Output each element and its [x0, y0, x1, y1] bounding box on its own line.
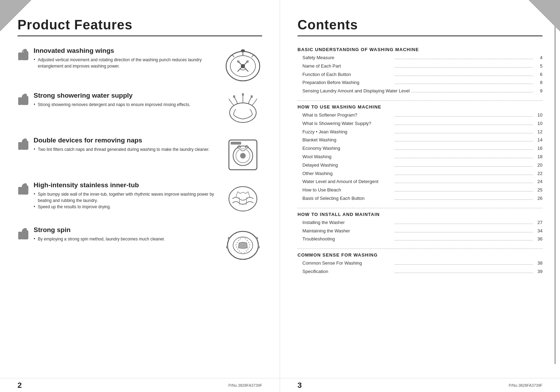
section-title-use: HOW TO USE WASHING MACHINE — [298, 104, 542, 110]
svg-rect-14 — [18, 142, 22, 150]
contents-item: Installing the Washer 27 — [298, 219, 542, 226]
page-num: 20 — [534, 162, 542, 169]
svg-rect-21 — [231, 142, 241, 145]
dots — [395, 191, 533, 191]
page-num: 36 — [534, 236, 542, 243]
item-label: Maintaining the Washer — [302, 227, 393, 235]
feature-high-intensity: High-intensity stainless inner-tub Spin … — [18, 181, 262, 216]
footer-bar: 2 P/No.3828FA3739F 3 P/No.3828FA3739F — [0, 378, 560, 392]
page-num: 5 — [534, 63, 542, 70]
page-num: 10 — [534, 120, 542, 127]
thumb-icon-2 — [18, 92, 31, 106]
svg-point-29 — [226, 246, 228, 248]
item-label: What is Showering Water Supply? — [302, 120, 393, 127]
illustration-showering — [224, 92, 262, 127]
item-label: How to Use Bleach — [302, 187, 393, 194]
svg-point-6 — [241, 64, 245, 68]
item-label: Specification — [302, 268, 393, 275]
illustration-naps — [224, 136, 262, 172]
dots — [411, 92, 533, 92]
svg-point-9 — [230, 103, 256, 122]
svg-point-30 — [258, 246, 260, 248]
svg-rect-0 — [18, 52, 22, 60]
dots — [395, 183, 533, 183]
section-title-install: HOW TO INSTALL AND MAINTAIN — [298, 212, 542, 217]
left-page-number: 2 — [18, 381, 22, 390]
svg-point-18 — [240, 153, 246, 159]
feature-3-title: Double devices for removing naps — [34, 136, 217, 144]
svg-point-5 — [241, 49, 245, 52]
contents-item: Common Sense For Washing 38 — [298, 260, 542, 267]
contents-item: Function of Each Button 6 — [298, 71, 542, 78]
contents-item: Sensing Laundry Amount and Displaying Wa… — [298, 88, 542, 95]
svg-rect-1 — [22, 50, 24, 52]
feature-1-bullet-0: Adjusted vertical movement and rotating … — [34, 57, 217, 69]
svg-point-27 — [228, 237, 230, 240]
contents-item: Wool Washing 18 — [298, 153, 542, 161]
contents-item: Specification 39 — [298, 268, 542, 275]
item-label: Blanket Washing — [302, 136, 393, 144]
page-num: 27 — [534, 219, 542, 226]
dots — [395, 264, 533, 265]
feature-2-bullet-0: Strong showering removes detergent and n… — [34, 102, 217, 108]
item-label: What is Softener Program? — [302, 112, 393, 119]
feature-1-title: Innovated washing wings — [34, 47, 217, 55]
item-label: Installing the Washer — [302, 219, 393, 226]
right-part-number: P/No.3828FA3739F — [509, 383, 542, 387]
contents-item: Economy Washing 16 — [298, 145, 542, 152]
thumb-icon-1 — [18, 47, 31, 62]
dots — [395, 141, 533, 141]
page-num: 25 — [534, 187, 542, 194]
page-num: 26 — [534, 195, 542, 202]
section-divider-3 — [298, 248, 542, 249]
item-label: Common Sense For Washing — [302, 260, 393, 267]
illustration-inner-tub — [224, 181, 262, 216]
feature-4-bullet-1: Speed up the results to improve drying. — [34, 204, 217, 210]
dots — [395, 232, 533, 232]
item-label: Fuzzy • Jean Washing — [302, 128, 393, 136]
dots — [395, 125, 533, 125]
contents-item: Water Level and Amount of Detergent 24 — [298, 178, 542, 186]
corner-decoration-left — [0, 0, 31, 31]
page-num: 4 — [534, 54, 542, 62]
svg-point-12 — [251, 95, 253, 98]
section-title-common: COMMON SENSE FOR WASHING — [298, 252, 542, 258]
page-num: 24 — [534, 178, 542, 186]
feature-5-bullet-0: By employing a strong spin method, laund… — [34, 236, 217, 242]
item-label: Safety Measure — [302, 54, 393, 62]
dots — [395, 224, 533, 224]
item-label: Troubleshooting — [302, 236, 393, 243]
page-num: 14 — [534, 136, 542, 144]
illustration-wings — [224, 47, 262, 82]
dots — [395, 240, 533, 240]
svg-rect-23 — [18, 187, 22, 195]
dots — [395, 175, 533, 175]
section-divider-1 — [298, 100, 542, 101]
page-num: 18 — [534, 153, 542, 161]
item-label: Preparation Before Washing — [302, 79, 393, 86]
contents-section-install: HOW TO INSTALL AND MAINTAIN Installing t… — [298, 212, 542, 243]
contents-item: Blanket Washing 14 — [298, 136, 542, 144]
item-label: Basis of Selecting Each Button — [302, 195, 393, 202]
item-label: Delayed Washing — [302, 162, 393, 169]
footer-right: 3 P/No.3828FA3739F — [280, 378, 560, 392]
right-page: Contents BASIC UNDERSTANDING OF WASHING … — [280, 0, 560, 378]
page-num: 16 — [534, 145, 542, 152]
item-label: Function of Each Button — [302, 71, 393, 78]
left-part-number: P/No.3828FA3739F — [228, 383, 262, 387]
thumb-icon-5 — [18, 226, 31, 241]
thumb-icon-4 — [18, 181, 31, 196]
dots — [395, 84, 533, 84]
contents-item: Safety Measure 4 — [298, 54, 542, 62]
dots — [395, 76, 533, 76]
page-num: 10 — [534, 112, 542, 119]
item-label: Sensing Laundry Amount and Displaying Wa… — [302, 88, 410, 95]
feature-strong-spin: Strong spin By employing a strong spin m… — [18, 226, 262, 261]
contents-section-basic: BASIC UNDERSTANDING OF WASHING MACHINE S… — [298, 47, 542, 95]
svg-point-10 — [233, 95, 235, 98]
item-label: Wool Washing — [302, 153, 393, 161]
dots — [395, 59, 533, 59]
contents-section-how-to-use: HOW TO USE WASHING MACHINE What is Softe… — [298, 104, 542, 202]
illustration-spin — [224, 226, 262, 261]
feature-1-text: Innovated washing wings Adjusted vertica… — [34, 47, 217, 69]
